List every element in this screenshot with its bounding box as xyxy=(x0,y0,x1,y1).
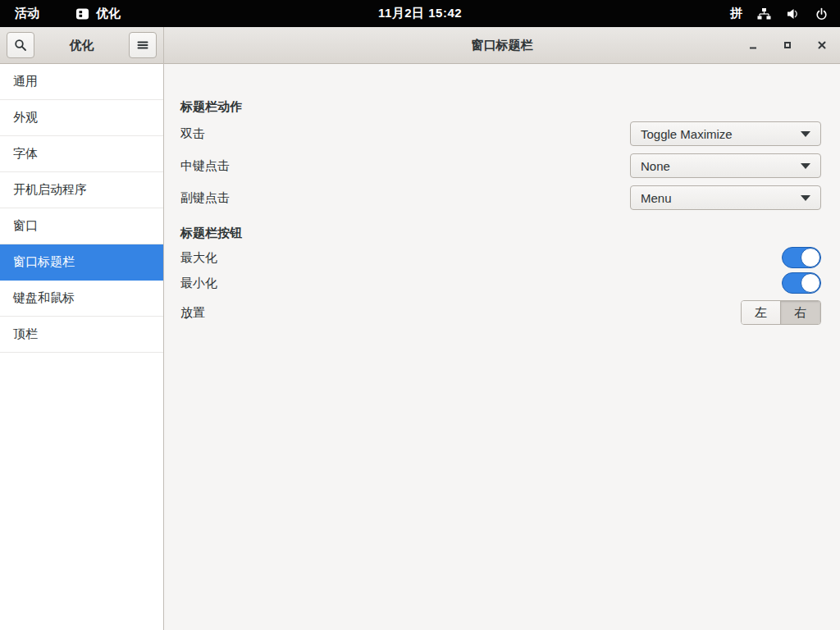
sidebar-item-appearance[interactable]: 外观 xyxy=(0,100,163,136)
placement-left-button[interactable]: 左 xyxy=(742,301,781,324)
main-panel: 窗口标题栏 xyxy=(164,27,840,630)
main-headerbar: 窗口标题栏 xyxy=(164,27,840,64)
primary-menu-button[interactable] xyxy=(129,32,157,58)
middle-click-dropdown[interactable]: None xyxy=(630,153,821,178)
sidebar-list: 通用 外观 字体 开机启动程序 窗口 窗口标题栏 键盘和鼠标 顶栏 xyxy=(0,64,163,630)
maximize-toggle[interactable] xyxy=(782,247,821,268)
search-icon xyxy=(14,39,27,52)
double-click-row: 双击 Toggle Maximize xyxy=(180,121,821,146)
toggle-knob xyxy=(801,248,820,267)
menu-icon xyxy=(136,39,149,52)
network-icon[interactable] xyxy=(757,7,771,21)
placement-right-button[interactable]: 右 xyxy=(781,301,820,324)
topbar-left: 活动 优化 xyxy=(0,0,126,27)
titlebar-actions-heading: 标题栏动作 xyxy=(180,97,821,116)
minimize-toggle[interactable] xyxy=(782,272,821,294)
minimize-label: 最小化 xyxy=(180,276,782,291)
toggle-knob xyxy=(801,273,820,293)
minimize-row: 最小化 xyxy=(180,272,821,294)
middle-click-label: 中键点击 xyxy=(180,158,630,174)
sidebar-item-keyboard-mouse[interactable]: 键盘和鼠标 xyxy=(0,281,163,317)
activities-button[interactable]: 活动 xyxy=(0,0,54,27)
ime-indicator[interactable]: 拼 xyxy=(730,6,742,21)
double-click-value: Toggle Maximize xyxy=(641,127,801,141)
double-click-label: 双击 xyxy=(180,126,630,142)
middle-click-value: None xyxy=(641,159,801,173)
window-controls xyxy=(745,27,830,63)
maximize-icon xyxy=(782,39,793,51)
close-icon xyxy=(816,39,828,51)
secondary-click-value: Menu xyxy=(641,191,801,205)
sidebar-item-general[interactable]: 通用 xyxy=(0,64,163,100)
titlebar-actions-rows: 双击 Toggle Maximize 中键点击 None 副键点击 xyxy=(180,121,821,210)
app-menu-label: 优化 xyxy=(96,6,121,21)
sidebar-item-windows[interactable]: 窗口 xyxy=(0,208,163,244)
tweaks-app-icon xyxy=(75,7,89,21)
tweaks-window: 优化 通用 外观 字体 开机启动程序 窗口 窗口标题栏 键盘和鼠标 顶栏 xyxy=(0,27,840,630)
page-title: 窗口标题栏 xyxy=(472,38,533,53)
placement-label: 放置 xyxy=(180,305,741,321)
chevron-down-icon xyxy=(801,163,810,169)
titlebar-settings-content: 标题栏动作 双击 Toggle Maximize 中键点击 None xyxy=(164,64,840,325)
sidebar-item-top-bar[interactable]: 顶栏 xyxy=(0,317,163,353)
clock[interactable]: 11月2日 15:42 xyxy=(378,0,462,27)
sidebar: 优化 通用 外观 字体 开机启动程序 窗口 窗口标题栏 键盘和鼠标 顶栏 xyxy=(0,27,164,630)
sidebar-title: 优化 xyxy=(70,38,94,53)
secondary-click-dropdown[interactable]: Menu xyxy=(630,185,821,210)
maximize-label: 最大化 xyxy=(180,250,782,266)
power-icon[interactable] xyxy=(815,7,829,21)
close-button[interactable] xyxy=(814,37,830,53)
sidebar-item-fonts[interactable]: 字体 xyxy=(0,136,163,172)
secondary-click-row: 副键点击 Menu xyxy=(180,185,821,210)
sidebar-item-startup[interactable]: 开机启动程序 xyxy=(0,172,163,208)
sidebar-headerbar: 优化 xyxy=(0,27,163,64)
minimize-icon xyxy=(747,39,759,51)
double-click-dropdown[interactable]: Toggle Maximize xyxy=(630,121,821,146)
secondary-click-label: 副键点击 xyxy=(180,190,630,206)
gnome-top-bar: 活动 优化 11月2日 15:42 拼 xyxy=(0,0,840,27)
placement-row: 放置 左 右 xyxy=(180,300,821,325)
search-button[interactable] xyxy=(7,32,34,58)
volume-icon[interactable] xyxy=(786,7,800,21)
chevron-down-icon xyxy=(801,195,810,201)
maximize-button[interactable] xyxy=(779,37,796,53)
placement-segmented-control: 左 右 xyxy=(741,300,821,325)
sidebar-item-window-titlebars[interactable]: 窗口标题栏 xyxy=(0,244,163,281)
minimize-button[interactable] xyxy=(745,37,761,53)
topbar-system-tray: 拼 xyxy=(730,0,840,27)
chevron-down-icon xyxy=(801,131,810,137)
maximize-row: 最大化 xyxy=(180,247,821,268)
titlebar-buttons-heading: 标题栏按钮 xyxy=(180,223,821,243)
middle-click-row: 中键点击 None xyxy=(180,153,821,178)
app-menu-button[interactable]: 优化 xyxy=(71,0,126,27)
